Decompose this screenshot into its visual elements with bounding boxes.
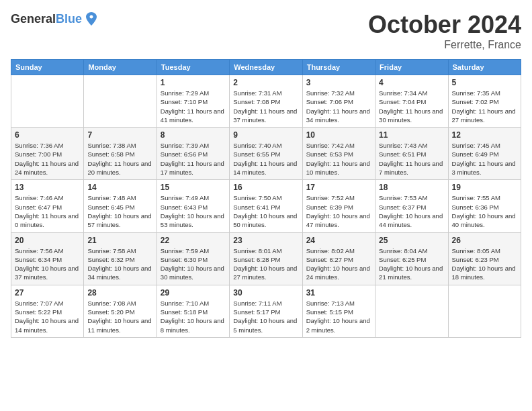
day-number: 25 — [379, 236, 444, 245]
day-info: Sunrise: 7:31 AMSunset: 7:08 PMDaylight:… — [233, 89, 298, 124]
calendar-cell: 6Sunrise: 7:36 AMSunset: 7:00 PMDaylight… — [11, 128, 84, 180]
calendar: SundayMondayTuesdayWednesdayThursdayFrid… — [11, 59, 521, 338]
week-row-2: 13Sunrise: 7:46 AMSunset: 6:47 PMDayligh… — [11, 180, 521, 232]
day-info: Sunrise: 7:56 AMSunset: 6:34 PMDaylight:… — [15, 246, 80, 282]
day-number: 2 — [233, 78, 298, 87]
day-info: Sunrise: 7:58 AMSunset: 6:32 PMDaylight:… — [87, 246, 152, 282]
calendar-cell: 20Sunrise: 7:56 AMSunset: 6:34 PMDayligh… — [11, 232, 84, 285]
logo-icon — [83, 11, 99, 27]
calendar-cell: 1Sunrise: 7:29 AMSunset: 7:10 PMDaylight… — [157, 75, 229, 128]
day-number: 18 — [379, 183, 444, 192]
day-number: 19 — [452, 183, 517, 192]
day-header-tuesday: Tuesday — [157, 60, 229, 75]
day-number: 23 — [233, 236, 298, 245]
day-number: 21 — [87, 236, 152, 245]
calendar-header: SundayMondayTuesdayWednesdayThursdayFrid… — [11, 60, 521, 75]
day-number: 5 — [452, 78, 517, 87]
calendar-cell: 30Sunrise: 7:11 AMSunset: 5:17 PMDayligh… — [230, 285, 302, 337]
calendar-cell: 3Sunrise: 7:32 AMSunset: 7:06 PMDaylight… — [302, 75, 375, 128]
day-info: Sunrise: 7:38 AMSunset: 6:58 PMDaylight:… — [87, 141, 152, 177]
calendar-cell: 14Sunrise: 7:48 AMSunset: 6:45 PMDayligh… — [84, 180, 157, 232]
day-info: Sunrise: 7:53 AMSunset: 6:37 PMDaylight:… — [379, 193, 444, 229]
day-number: 11 — [379, 130, 444, 140]
day-info: Sunrise: 7:32 AMSunset: 7:06 PMDaylight:… — [306, 89, 371, 124]
day-number: 26 — [452, 236, 517, 245]
day-info: Sunrise: 7:34 AMSunset: 7:04 PMDaylight:… — [379, 89, 444, 124]
day-info: Sunrise: 7:39 AMSunset: 6:56 PMDaylight:… — [161, 141, 226, 177]
day-number: 4 — [379, 78, 444, 87]
calendar-cell: 13Sunrise: 7:46 AMSunset: 6:47 PMDayligh… — [11, 180, 84, 232]
calendar-cell — [448, 285, 521, 337]
day-info: Sunrise: 7:11 AMSunset: 5:17 PMDaylight:… — [233, 299, 298, 334]
calendar-cell: 9Sunrise: 7:40 AMSunset: 6:55 PMDaylight… — [230, 128, 302, 180]
day-info: Sunrise: 8:02 AMSunset: 6:27 PMDaylight:… — [306, 246, 371, 282]
calendar-cell: 29Sunrise: 7:10 AMSunset: 5:18 PMDayligh… — [157, 285, 229, 337]
calendar-cell — [84, 75, 157, 128]
calendar-cell: 2Sunrise: 7:31 AMSunset: 7:08 PMDaylight… — [230, 75, 302, 128]
calendar-cell — [11, 75, 84, 128]
day-header-thursday: Thursday — [302, 60, 375, 75]
week-row-0: 1Sunrise: 7:29 AMSunset: 7:10 PMDaylight… — [11, 75, 521, 128]
day-number: 12 — [452, 130, 517, 140]
calendar-cell — [375, 285, 448, 337]
calendar-cell: 4Sunrise: 7:34 AMSunset: 7:04 PMDaylight… — [375, 75, 448, 128]
day-number: 13 — [15, 183, 80, 192]
day-info: Sunrise: 7:43 AMSunset: 6:51 PMDaylight:… — [379, 141, 444, 177]
day-info: Sunrise: 7:07 AMSunset: 5:22 PMDaylight:… — [15, 299, 80, 334]
day-header-monday: Monday — [84, 60, 157, 75]
day-info: Sunrise: 7:50 AMSunset: 6:41 PMDaylight:… — [233, 193, 298, 229]
day-info: Sunrise: 7:35 AMSunset: 7:02 PMDaylight:… — [452, 89, 517, 124]
calendar-cell: 18Sunrise: 7:53 AMSunset: 6:37 PMDayligh… — [375, 180, 448, 232]
location-title: Ferrette, France — [368, 39, 521, 51]
day-number: 27 — [15, 288, 80, 298]
day-number: 29 — [161, 288, 226, 298]
day-number: 17 — [306, 183, 371, 192]
day-number: 28 — [87, 288, 152, 298]
calendar-cell: 25Sunrise: 8:04 AMSunset: 6:25 PMDayligh… — [375, 232, 448, 285]
calendar-cell: 28Sunrise: 7:08 AMSunset: 5:20 PMDayligh… — [84, 285, 157, 337]
calendar-body: 1Sunrise: 7:29 AMSunset: 7:10 PMDaylight… — [11, 75, 521, 338]
header: GeneralBlue October 2024 Ferrette, Franc… — [11, 11, 521, 51]
day-number: 10 — [306, 130, 371, 140]
day-header-wednesday: Wednesday — [230, 60, 302, 75]
calendar-cell: 21Sunrise: 7:58 AMSunset: 6:32 PMDayligh… — [84, 232, 157, 285]
day-info: Sunrise: 7:45 AMSunset: 6:49 PMDaylight:… — [452, 141, 517, 177]
logo-general: GeneralBlue — [11, 12, 82, 26]
day-info: Sunrise: 7:29 AMSunset: 7:10 PMDaylight:… — [161, 89, 226, 124]
day-info: Sunrise: 7:52 AMSunset: 6:39 PMDaylight:… — [306, 193, 371, 229]
calendar-cell: 12Sunrise: 7:45 AMSunset: 6:49 PMDayligh… — [448, 128, 521, 180]
day-info: Sunrise: 8:05 AMSunset: 6:23 PMDaylight:… — [452, 246, 517, 282]
calendar-cell: 15Sunrise: 7:49 AMSunset: 6:43 PMDayligh… — [157, 180, 229, 232]
day-number: 6 — [15, 130, 80, 140]
day-info: Sunrise: 8:04 AMSunset: 6:25 PMDaylight:… — [379, 246, 444, 282]
day-number: 9 — [233, 130, 298, 140]
day-info: Sunrise: 7:46 AMSunset: 6:47 PMDaylight:… — [15, 193, 80, 229]
day-info: Sunrise: 7:13 AMSunset: 5:15 PMDaylight:… — [306, 299, 371, 334]
day-info: Sunrise: 7:49 AMSunset: 6:43 PMDaylight:… — [161, 193, 226, 229]
day-info: Sunrise: 7:40 AMSunset: 6:55 PMDaylight:… — [233, 141, 298, 177]
day-number: 1 — [161, 78, 226, 87]
calendar-cell: 22Sunrise: 7:59 AMSunset: 6:30 PMDayligh… — [157, 232, 229, 285]
day-info: Sunrise: 7:59 AMSunset: 6:30 PMDaylight:… — [161, 246, 226, 282]
day-header-friday: Friday — [375, 60, 448, 75]
day-info: Sunrise: 7:10 AMSunset: 5:18 PMDaylight:… — [161, 299, 226, 334]
calendar-cell: 19Sunrise: 7:55 AMSunset: 6:36 PMDayligh… — [448, 180, 521, 232]
calendar-cell: 24Sunrise: 8:02 AMSunset: 6:27 PMDayligh… — [302, 232, 375, 285]
calendar-cell: 31Sunrise: 7:13 AMSunset: 5:15 PMDayligh… — [302, 285, 375, 337]
title-section: October 2024 Ferrette, France — [368, 11, 521, 51]
calendar-cell: 11Sunrise: 7:43 AMSunset: 6:51 PMDayligh… — [375, 128, 448, 180]
calendar-cell: 5Sunrise: 7:35 AMSunset: 7:02 PMDaylight… — [448, 75, 521, 128]
calendar-cell: 27Sunrise: 7:07 AMSunset: 5:22 PMDayligh… — [11, 285, 84, 337]
calendar-cell: 7Sunrise: 7:38 AMSunset: 6:58 PMDaylight… — [84, 128, 157, 180]
day-number: 14 — [87, 183, 152, 192]
day-number: 15 — [161, 183, 226, 192]
day-number: 7 — [87, 130, 152, 140]
day-info: Sunrise: 7:42 AMSunset: 6:53 PMDaylight:… — [306, 141, 371, 177]
week-row-4: 27Sunrise: 7:07 AMSunset: 5:22 PMDayligh… — [11, 285, 521, 337]
days-header-row: SundayMondayTuesdayWednesdayThursdayFrid… — [11, 60, 521, 75]
calendar-cell: 8Sunrise: 7:39 AMSunset: 6:56 PMDaylight… — [157, 128, 229, 180]
day-header-sunday: Sunday — [11, 60, 84, 75]
day-info: Sunrise: 8:01 AMSunset: 6:28 PMDaylight:… — [233, 246, 298, 282]
month-title: October 2024 — [368, 11, 521, 39]
calendar-cell: 10Sunrise: 7:42 AMSunset: 6:53 PMDayligh… — [302, 128, 375, 180]
